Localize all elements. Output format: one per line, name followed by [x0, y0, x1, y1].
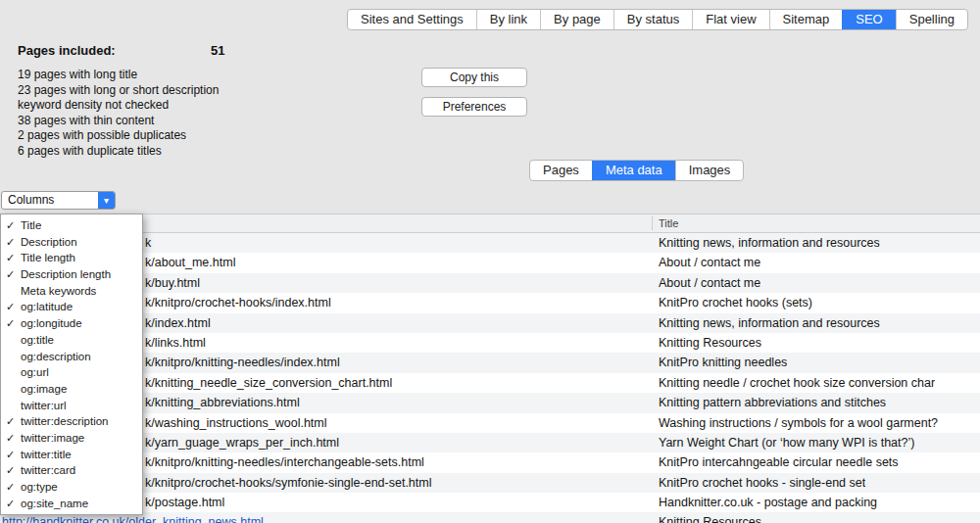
table-row[interactable]: k/links.html Knitting Resources	[0, 333, 980, 353]
table-row[interactable]: http://handknitter.co.uk/older_knitting_…	[0, 512, 980, 523]
row-title: About / contact me	[659, 256, 760, 269]
column-menu-item-label: twitter:url	[21, 400, 67, 411]
tab-label: By page	[554, 12, 601, 26]
table-row[interactable]: k/buy.html About / contact me	[0, 273, 980, 293]
column-menu-item-title[interactable]: ✓ Title	[1, 217, 142, 234]
tab-sites-and-settings[interactable]: Sites and Settings	[348, 10, 476, 29]
table-row[interactable]: k/yarn_guage_wraps_per_inch.html Yarn We…	[0, 433, 980, 452]
columns-popup-button[interactable]: Columns ▾	[1, 191, 116, 210]
tab-by-page[interactable]: By page	[540, 10, 613, 29]
column-menu-item-label: og:latitude	[21, 301, 73, 312]
tab-label: Spelling	[909, 12, 955, 26]
column-menu-item-label: twitter:description	[21, 415, 108, 427]
column-menu-item-og-type[interactable]: ✓ og:type	[1, 479, 142, 496]
row-title: Knitting Resources	[659, 515, 761, 523]
table-row[interactable]: k/index.html Knitting news, information …	[0, 313, 980, 333]
subtab-meta-data[interactable]: Meta data	[592, 161, 675, 180]
column-divider[interactable]	[652, 216, 653, 230]
table-row[interactable]: k/about_me.html About / contact me	[0, 253, 980, 272]
tab-by-status[interactable]: By status	[613, 10, 692, 29]
preferences-button[interactable]: Preferences	[421, 97, 527, 117]
checkmark-icon: ✓	[6, 430, 15, 447]
column-menu-item-title-length[interactable]: ✓ Title length	[1, 250, 142, 266]
table-row[interactable]: k/knitting_abbreviations.html Knitting p…	[0, 393, 980, 412]
checkmark-icon: ✓	[6, 234, 15, 251]
tab-label: Pages	[543, 163, 579, 177]
stat-line: keyword density not checked	[18, 98, 219, 114]
column-menu-item-description[interactable]: ✓ Description	[1, 234, 142, 251]
row-title: Handknitter.co.uk - postage and packing	[659, 496, 877, 509]
stat-line: 38 pages with thin content	[18, 114, 219, 129]
column-menu-item-label: twitter:card	[21, 464, 75, 476]
checkmark-icon: ✓	[6, 299, 15, 315]
tab-label: Sitemap	[783, 12, 830, 26]
row-url: k/yarn_guage_wraps_per_inch.html	[145, 436, 339, 450]
column-menu-item-og-latitude[interactable]: ✓ og:latitude	[1, 299, 142, 315]
column-menu-item-og-url[interactable]: ✓ og:url	[1, 364, 142, 381]
pages-included-value: 51	[211, 43, 224, 58]
column-menu-item-meta-keywords[interactable]: ✓ Meta keywords	[1, 283, 142, 300]
row-title: KnitPro intercahngeable circular needle …	[659, 455, 899, 469]
tab-label: Meta data	[606, 163, 662, 177]
table-row[interactable]: k/washing_instructions_wool.html Washing…	[0, 413, 980, 433]
column-menu-item-og-title[interactable]: ✓ og:title	[1, 332, 142, 349]
row-title: KnitPro knitting needles	[659, 356, 787, 369]
column-menu-item-label: og:type	[21, 481, 58, 493]
column-menu-item-og-site-name[interactable]: ✓ og:site_name	[1, 496, 142, 512]
tab-label: By link	[490, 12, 527, 26]
column-menu-item-twitter-image[interactable]: ✓ twitter:image	[1, 430, 142, 447]
columns-popup-label: Columns	[8, 192, 54, 209]
column-menu-item-label: Title	[21, 219, 41, 231]
row-title: Washing instructions / symbols for a woo…	[659, 416, 938, 430]
row-url: k/knitpro/crochet-hooks/index.html	[145, 296, 331, 309]
column-menu-item-label: twitter:image	[21, 432, 84, 444]
table-row[interactable]: k/knitting_needle_size_conversion_chart.…	[0, 373, 980, 393]
row-url: k/washing_instructions_wool.html	[145, 416, 327, 430]
stat-line: 2 pages with possible duplicates	[18, 128, 219, 144]
seo-stats-list: 19 pages with long title23 pages with lo…	[18, 68, 219, 159]
row-url: k/knitting_needle_size_conversion_chart.…	[145, 376, 392, 390]
row-url: k/knitpro/knitting-needles/index.html	[145, 356, 340, 369]
row-title: Knitting needle / crochet hook size conv…	[659, 376, 935, 390]
table-row[interactable]: k/knitpro/knitting-needles/interchangeab…	[0, 452, 980, 472]
column-menu-item-twitter-title[interactable]: ✓ twitter:title	[1, 447, 142, 463]
column-menu-item-twitter-description[interactable]: ✓ twitter:description	[1, 413, 142, 430]
checkmark-icon: ✓	[6, 479, 15, 496]
column-menu-item-og-image[interactable]: ✓ og:image	[1, 381, 142, 398]
tab-flat-view[interactable]: Flat view	[692, 10, 768, 29]
row-url: k/links.html	[145, 336, 206, 350]
table-header: Title	[0, 214, 980, 233]
row-url: k/index.html	[145, 316, 211, 330]
tab-by-link[interactable]: By link	[476, 10, 540, 29]
column-menu-item-label: twitter:title	[21, 449, 72, 460]
row-url: k	[145, 236, 151, 250]
column-menu-item-og-longitude[interactable]: ✓ og:longitude	[1, 315, 142, 332]
tab-seo[interactable]: SEO	[842, 10, 895, 29]
title-column-header[interactable]: Title	[659, 217, 678, 229]
column-menu-item-label: Title length	[21, 252, 75, 263]
checkmark-icon: ✓	[6, 315, 15, 332]
row-url: k/knitting_abbreviations.html	[145, 396, 300, 409]
table-row[interactable]: k/knitpro/crochet-hooks/index.html KnitP…	[0, 293, 980, 312]
tab-label: Sites and Settings	[361, 12, 464, 26]
subtabbar: Pages Meta data Images	[529, 160, 744, 181]
table-row[interactable]: k Knitting news, information and resourc…	[0, 233, 980, 253]
column-menu-item-description-length[interactable]: ✓ Description length	[1, 266, 142, 283]
subtab-pages[interactable]: Pages	[530, 161, 592, 180]
table-row[interactable]: k/postage.html Handknitter.co.uk - posta…	[0, 493, 980, 512]
checkmark-icon: ✓	[6, 447, 15, 463]
subtab-images[interactable]: Images	[675, 161, 744, 180]
column-menu-item-twitter-url[interactable]: ✓ twitter:url	[1, 398, 142, 414]
row-url: http://handknitter.co.uk/older_knitting_…	[2, 515, 264, 523]
columns-dropdown-menu: ✓ Title ✓ Description ✓ Title length ✓ D…	[0, 214, 143, 515]
table-row[interactable]: k/knitpro/knitting-needles/index.html Kn…	[0, 353, 980, 372]
tab-sitemap[interactable]: Sitemap	[769, 10, 843, 29]
copy-this-button[interactable]: Copy this	[421, 68, 527, 87]
table-row[interactable]: k/knitpro/crochet-hooks/symfonie-single-…	[0, 473, 980, 493]
tab-spelling[interactable]: Spelling	[896, 10, 967, 29]
main-tabbar: Sites and Settings By link By page By st…	[347, 9, 968, 30]
row-url: k/knitpro/crochet-hooks/symfonie-single-…	[145, 476, 431, 490]
checkmark-icon: ✓	[6, 217, 15, 234]
column-menu-item-twitter-card[interactable]: ✓ twitter:card	[1, 462, 142, 479]
column-menu-item-og-description[interactable]: ✓ og:description	[1, 349, 142, 365]
